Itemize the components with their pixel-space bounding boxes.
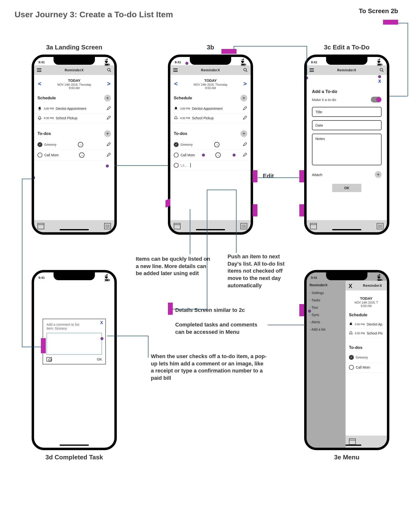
app-header: ReminderX	[170, 65, 251, 75]
calendar-icon[interactable]	[349, 438, 356, 445]
time: 4:30 PM	[180, 117, 190, 120]
menu-icon[interactable]	[310, 68, 314, 72]
list-icon[interactable]	[377, 223, 383, 229]
list-icon[interactable]	[104, 223, 111, 229]
time: 4:30 PM	[44, 117, 54, 120]
schedule-row[interactable]: 3:00 PM Dentist Appointment	[34, 104, 114, 113]
edit-icon[interactable]	[107, 153, 111, 157]
bottom-bar	[34, 220, 114, 232]
schedule-row[interactable]: 3:00 PM Dentist Ap	[346, 320, 387, 329]
menu-icon[interactable]	[173, 68, 178, 72]
home-indicator	[60, 445, 89, 446]
connector-line	[107, 336, 148, 336]
menu-item-tour[interactable]: - Tour	[310, 306, 343, 309]
svg-line-9	[246, 71, 247, 72]
title-field[interactable]: Title	[312, 107, 382, 117]
new-todo-input[interactable]: La…	[181, 163, 188, 167]
prev-day[interactable]: <	[38, 80, 41, 87]
notch	[326, 272, 367, 280]
menu-item-alerts[interactable]: - Alerts	[310, 320, 343, 324]
calendar-icon[interactable]	[310, 223, 317, 229]
unchecked-icon[interactable]	[174, 163, 179, 168]
todo-row[interactable]: Call Mom →	[170, 150, 251, 160]
schedule-header: Schedule +	[34, 92, 114, 104]
clock-text: 9:00 AM	[346, 304, 387, 308]
time: 3:00 PM	[44, 107, 54, 110]
edit-icon[interactable]	[243, 106, 247, 111]
todo-row[interactable]: ✓ Grocery →	[34, 139, 114, 150]
todo-row[interactable]: ✓ Grocery →	[170, 139, 251, 150]
list-icon[interactable]	[240, 223, 247, 229]
popup-close-icon[interactable]: X	[100, 321, 103, 325]
schedule-row[interactable]: 4:30 PM School Pickup	[170, 113, 251, 123]
add-schedule-button[interactable]: +	[104, 95, 111, 102]
unchecked-icon[interactable]	[37, 153, 42, 158]
checked-icon[interactable]: ✓	[349, 355, 354, 360]
today-label: TODAY	[346, 296, 387, 300]
annotation-new-line: Items can be quckly listed on a new line…	[136, 255, 211, 277]
toggle-label: Make it a to-do	[312, 98, 336, 102]
label-text: Completed Task	[55, 454, 103, 461]
unchecked-icon[interactable]	[174, 153, 179, 158]
flow-dot	[378, 75, 381, 78]
menu-item-tasks[interactable]: - Tasks	[310, 298, 343, 302]
schedule-row[interactable]: 3:00 PM Dentist Appointment	[170, 104, 251, 113]
schedule-row[interactable]: 4:30 PM School Pic	[346, 329, 387, 338]
menu-brand: ReminderX	[310, 283, 343, 287]
todo-new-row[interactable]: La…	[170, 160, 251, 170]
next-day[interactable]: >	[243, 80, 247, 87]
schedule-row[interactable]: 4:30 PM School Pickup	[34, 113, 114, 123]
svg-point-8	[244, 68, 246, 71]
add-todo-button[interactable]: +	[104, 130, 111, 137]
push-next-day-icon[interactable]: →	[79, 152, 84, 158]
next-day[interactable]: >	[107, 80, 110, 87]
edit-icon[interactable]	[243, 153, 247, 157]
todo-row[interactable]: Call Mom	[346, 362, 387, 372]
menu-item-add-list[interactable]: - Add a list	[310, 327, 343, 331]
edit-icon[interactable]	[107, 142, 111, 147]
push-next-day-icon[interactable]: →	[215, 152, 221, 158]
comment-textarea[interactable]	[46, 333, 102, 355]
add-todo-button[interactable]: +	[240, 130, 247, 137]
prev-day[interactable]: <	[174, 80, 178, 87]
todo-toggle[interactable]	[371, 97, 382, 102]
checked-icon[interactable]: ✓	[37, 142, 42, 147]
notes-field[interactable]: Notes	[312, 134, 382, 165]
svg-rect-6	[241, 64, 245, 65]
annotation-push: Push an item to next Day's list. All to-…	[228, 253, 291, 289]
edit-icon[interactable]	[107, 116, 111, 120]
label-text: Menu	[343, 454, 359, 461]
search-icon[interactable]	[243, 68, 248, 72]
notch	[190, 56, 231, 65]
unchecked-icon[interactable]	[349, 365, 354, 370]
checked-icon[interactable]: ✓	[174, 142, 179, 147]
menu-icon[interactable]	[37, 68, 41, 72]
todo-row[interactable]: ✓ Grocery	[346, 353, 387, 362]
status-time: 9:41	[311, 276, 317, 279]
attach-add-button[interactable]: +	[375, 171, 382, 178]
clock-text: 9:00 AM	[34, 86, 114, 90]
date-field[interactable]: Date	[312, 120, 382, 130]
calendar-icon[interactable]	[174, 223, 181, 229]
ok-button[interactable]: OK	[332, 184, 361, 192]
calendar-icon[interactable]	[37, 223, 44, 229]
menu-item-settings[interactable]: - Settings	[310, 291, 343, 295]
push-next-day-icon[interactable]: →	[214, 142, 219, 147]
pink-highlight	[41, 338, 46, 353]
search-icon[interactable]	[380, 68, 384, 72]
camera-icon[interactable]	[46, 357, 52, 362]
today-label: TODAY	[34, 78, 114, 83]
todo-row[interactable]: Call Mom →	[34, 150, 114, 160]
menu-close-icon[interactable]: X	[348, 283, 352, 289]
push-next-day-icon[interactable]: →	[78, 142, 83, 147]
annotation-edit: Edit	[263, 172, 274, 180]
menu-item-sync[interactable]: - Sync	[310, 313, 343, 317]
edit-icon[interactable]	[107, 106, 111, 111]
edit-icon[interactable]	[243, 116, 247, 120]
search-icon[interactable]	[107, 68, 111, 72]
add-schedule-button[interactable]: +	[240, 95, 247, 102]
close-x[interactable]: X	[378, 79, 381, 84]
date-text: NOV 14th 2019, Thursday	[34, 83, 114, 86]
popup-ok-button[interactable]: OK	[97, 357, 102, 361]
edit-icon[interactable]	[243, 142, 247, 147]
